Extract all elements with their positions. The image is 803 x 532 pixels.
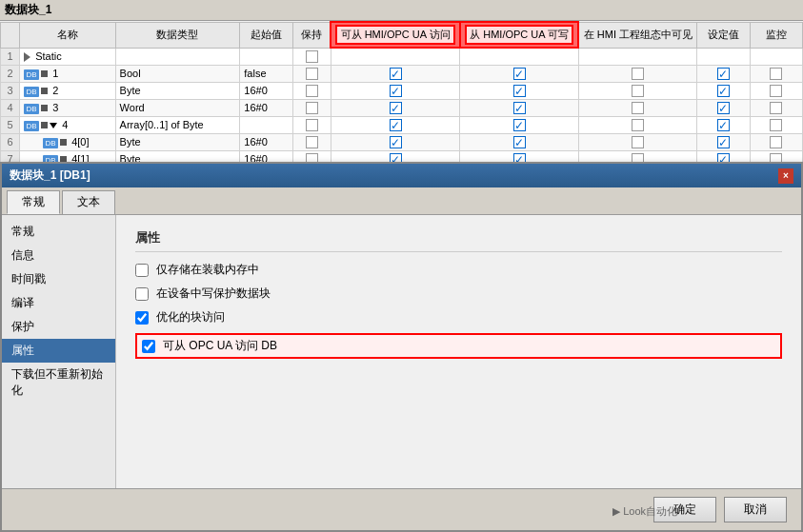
retain-check[interactable]	[306, 102, 318, 114]
static-label: Static	[35, 50, 62, 62]
sidebar-item-compile[interactable]: 编译	[2, 291, 115, 315]
col-monitor-header: 监控	[750, 22, 802, 48]
expand-arrow-icon[interactable]	[24, 52, 30, 62]
properties-title: 属性	[135, 229, 782, 252]
monitor-check[interactable]	[770, 136, 782, 148]
look-icon: ▶	[612, 505, 620, 517]
hmiwrite-check[interactable]: ✓	[513, 85, 526, 97]
row-num: 6	[1, 133, 20, 150]
row-name: 4[0]	[71, 136, 89, 148]
hmivisible-check[interactable]	[632, 85, 644, 97]
type-cell: Byte	[115, 82, 240, 99]
property-checkbox-1[interactable]	[135, 287, 149, 301]
retain-check[interactable]	[306, 68, 318, 80]
static-monitor-cell	[750, 48, 802, 65]
sidebar-item-protection[interactable]: 保护	[2, 315, 115, 339]
monitor-check[interactable]	[770, 68, 782, 80]
hmiwrite-check[interactable]: ✓	[513, 68, 526, 80]
db-icon: DB	[24, 87, 39, 97]
monitor-check[interactable]	[770, 85, 782, 97]
retain-check[interactable]	[306, 119, 318, 131]
hmi-read-header-label: 可从 HMI/OPC UA 访问	[335, 25, 455, 45]
hmiwrite-cell: ✓	[460, 82, 579, 99]
property-checkbox-0[interactable]	[135, 264, 149, 277]
hmivisible-cell	[578, 65, 696, 82]
setval-cell: ✓	[697, 82, 750, 99]
property-checkbox-2[interactable]	[135, 311, 149, 325]
hmiread-check[interactable]: ✓	[390, 102, 402, 114]
hmiwrite-cell: ✓	[460, 133, 579, 150]
property-label-3: 可从 OPC UA 访问 DB	[163, 338, 277, 354]
name-cell: DB 2	[20, 82, 116, 99]
static-name-cell: Static	[20, 48, 116, 65]
monitor-check[interactable]	[770, 119, 782, 131]
retain-cell	[292, 133, 331, 150]
hmiread-check[interactable]: ✓	[390, 119, 402, 131]
row-num-1: 1	[1, 48, 20, 65]
row-num: 5	[1, 116, 20, 133]
db-icon: DB	[24, 69, 39, 80]
property-checkbox-3[interactable]	[142, 340, 155, 353]
hmivisible-check[interactable]	[632, 68, 644, 80]
setval-cell: ✓	[697, 133, 750, 150]
property-label-1: 在设备中写保护数据块	[156, 286, 271, 302]
hmiread-check[interactable]: ✓	[390, 85, 402, 97]
monitor-cell	[750, 99, 802, 116]
sidebar-item-properties[interactable]: 属性	[2, 339, 115, 363]
db-icon: DB	[43, 138, 58, 148]
hmiwrite-check[interactable]: ✓	[513, 119, 526, 131]
setval-check[interactable]: ✓	[717, 119, 730, 131]
property-item-0: 仅存储在装载内存中	[135, 262, 782, 278]
setval-check[interactable]: ✓	[717, 85, 730, 97]
col-hmi-visible-header: 在 HMI 工程组态中可见	[578, 22, 696, 48]
modal-close-button[interactable]: ×	[778, 168, 793, 184]
modal-dialog: 数据块_1 [DB1] × 常规 文本 常规 信息 时间戳 编译 保护 属性 下…	[0, 162, 803, 532]
modal-tabs: 常规 文本	[2, 187, 801, 215]
setval-check[interactable]: ✓	[717, 102, 730, 114]
square-icon	[60, 139, 67, 146]
static-retain-check[interactable]	[306, 50, 318, 63]
hmivisible-check[interactable]	[632, 119, 644, 131]
retain-cell	[292, 82, 331, 99]
hmivisible-check[interactable]	[632, 136, 644, 148]
setval-cell: ✓	[697, 65, 750, 82]
hmiread-check[interactable]: ✓	[390, 136, 402, 148]
tab-general[interactable]: 常规	[7, 190, 60, 214]
row-num: 2	[1, 65, 20, 82]
property-item-3: 可从 OPC UA 访问 DB	[135, 333, 782, 359]
retain-check[interactable]	[306, 136, 318, 148]
retain-check[interactable]	[306, 85, 318, 97]
static-hmivisible-cell	[578, 48, 696, 65]
retain-cell	[292, 99, 331, 116]
type-cell: Bool	[115, 65, 240, 82]
sidebar-item-timestamp[interactable]: 时间戳	[2, 267, 115, 291]
cancel-button[interactable]: 取消	[724, 497, 787, 522]
type-cell: Byte	[115, 133, 240, 150]
hmivisible-check[interactable]	[632, 102, 644, 114]
square-icon	[41, 122, 48, 128]
hmivisible-cell	[578, 133, 696, 150]
setval-check[interactable]: ✓	[717, 68, 730, 80]
square-icon	[41, 70, 48, 77]
hmiread-cell: ✓	[331, 99, 460, 116]
property-label-2: 优化的块访问	[156, 309, 225, 325]
setval-check[interactable]: ✓	[717, 136, 730, 148]
hmiread-check[interactable]: ✓	[390, 68, 402, 80]
hmiwrite-check[interactable]: ✓	[513, 102, 526, 114]
monitor-check[interactable]	[770, 102, 782, 114]
tab-text[interactable]: 文本	[62, 190, 115, 214]
name-cell: DB 4[0]	[20, 133, 116, 150]
retain-cell	[292, 65, 331, 82]
sidebar-item-download[interactable]: 下载但不重新初始化	[2, 363, 115, 403]
db-icon: DB	[24, 121, 39, 131]
property-item-2: 优化的块访问	[135, 309, 782, 325]
static-hmiwrite-cell	[460, 48, 579, 65]
sidebar-item-info[interactable]: 信息	[2, 244, 115, 267]
expand-icon[interactable]	[50, 123, 57, 128]
retain-cell	[292, 116, 331, 133]
hmiwrite-check[interactable]: ✓	[513, 136, 526, 148]
row-num: 4	[1, 99, 20, 116]
table-row: 6 DB 4[0] Byte 16#0 ✓ ✓ ✓	[1, 133, 803, 150]
monitor-cell	[750, 65, 802, 82]
sidebar-item-general[interactable]: 常规	[2, 220, 115, 244]
